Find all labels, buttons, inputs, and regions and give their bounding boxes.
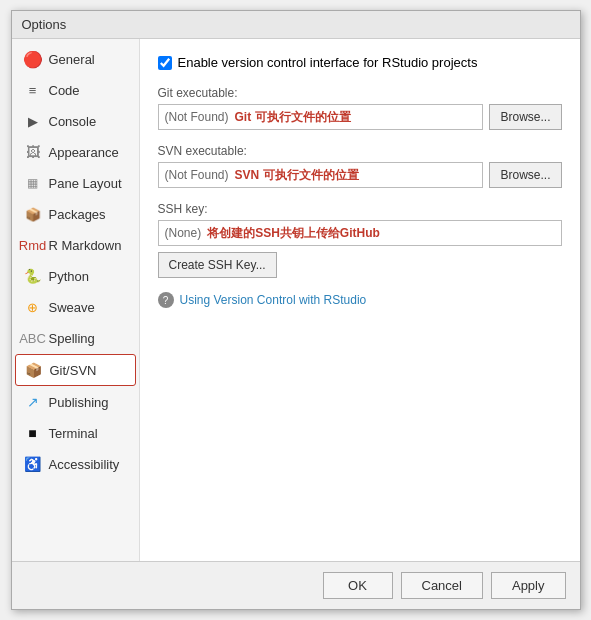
cancel-button[interactable]: Cancel	[401, 572, 483, 599]
apply-button[interactable]: Apply	[491, 572, 566, 599]
ssh-annotation: 将创建的SSH共钥上传给GitHub	[207, 225, 380, 242]
publishing-icon: ↗	[23, 392, 43, 412]
help-link-row: ? Using Version Control with RStudio	[158, 292, 562, 308]
sidebar-item-spelling[interactable]: ABCSpelling	[15, 323, 136, 353]
ssh-label: SSH key:	[158, 202, 562, 216]
svn-not-found: (Not Found)	[165, 168, 229, 182]
svn-path-input[interactable]: (Not Found) SVN 可执行文件的位置	[158, 162, 484, 188]
sidebar-item-appearance[interactable]: 🖼Appearance	[15, 137, 136, 167]
ssh-none: (None)	[165, 226, 202, 240]
git-annotation: Git 可执行文件的位置	[235, 109, 351, 126]
svn-input-row: (Not Found) SVN 可执行文件的位置 Browse...	[158, 162, 562, 188]
sidebar-label-accessibility: Accessibility	[49, 457, 120, 472]
terminal-icon: ■	[23, 423, 43, 443]
vcs-enable-label: Enable version control interface for RSt…	[178, 55, 478, 70]
main-content: Enable version control interface for RSt…	[140, 39, 580, 561]
options-dialog: Options 🔴General≡Code▶Console🖼Appearance…	[11, 10, 581, 610]
sidebar-item-accessibility[interactable]: ♿Accessibility	[15, 449, 136, 479]
ssh-input-row: (None) 将创建的SSH共钥上传给GitHub	[158, 220, 562, 246]
sweave-icon: ⊕	[23, 297, 43, 317]
sidebar-label-gitsvn: Git/SVN	[50, 363, 97, 378]
ssh-key-input[interactable]: (None) 将创建的SSH共钥上传给GitHub	[158, 220, 562, 246]
git-executable-group: Git executable: (Not Found) Git 可执行文件的位置…	[158, 86, 562, 130]
sidebar-label-packages: Packages	[49, 207, 106, 222]
packages-icon: 📦	[23, 204, 43, 224]
sidebar-label-appearance: Appearance	[49, 145, 119, 160]
gitsvn-icon: 📦	[24, 360, 44, 380]
git-browse-button[interactable]: Browse...	[489, 104, 561, 130]
ok-button[interactable]: OK	[323, 572, 393, 599]
git-input-row: (Not Found) Git 可执行文件的位置 Browse...	[158, 104, 562, 130]
svn-browse-button[interactable]: Browse...	[489, 162, 561, 188]
sidebar-label-publishing: Publishing	[49, 395, 109, 410]
sidebar-item-packages[interactable]: 📦Packages	[15, 199, 136, 229]
general-icon: 🔴	[23, 49, 43, 69]
sidebar-item-publishing[interactable]: ↗Publishing	[15, 387, 136, 417]
sidebar-label-general: General	[49, 52, 95, 67]
appearance-icon: 🖼	[23, 142, 43, 162]
dialog-title: Options	[22, 17, 67, 32]
sidebar-item-terminal[interactable]: ■Terminal	[15, 418, 136, 448]
sidebar: 🔴General≡Code▶Console🖼Appearance▦Pane La…	[12, 39, 140, 561]
code-icon: ≡	[23, 80, 43, 100]
sidebar-label-console: Console	[49, 114, 97, 129]
sidebar-item-pane-layout[interactable]: ▦Pane Layout	[15, 168, 136, 198]
sidebar-item-gitsvn[interactable]: 📦Git/SVN	[15, 354, 136, 386]
rmarkdown-icon: Rmd	[23, 235, 43, 255]
console-icon: ▶	[23, 111, 43, 131]
git-label: Git executable:	[158, 86, 562, 100]
sidebar-item-rmarkdown[interactable]: RmdR Markdown	[15, 230, 136, 260]
dialog-footer: OK Cancel Apply	[12, 561, 580, 609]
sidebar-label-pane-layout: Pane Layout	[49, 176, 122, 191]
sidebar-label-python: Python	[49, 269, 89, 284]
create-ssh-key-button[interactable]: Create SSH Key...	[158, 252, 277, 278]
accessibility-icon: ♿	[23, 454, 43, 474]
vcs-enable-row: Enable version control interface for RSt…	[158, 55, 562, 70]
sidebar-label-terminal: Terminal	[49, 426, 98, 441]
help-icon: ?	[158, 292, 174, 308]
svn-label: SVN executable:	[158, 144, 562, 158]
sidebar-label-rmarkdown: R Markdown	[49, 238, 122, 253]
sidebar-label-sweave: Sweave	[49, 300, 95, 315]
git-path-input[interactable]: (Not Found) Git 可执行文件的位置	[158, 104, 484, 130]
svn-executable-group: SVN executable: (Not Found) SVN 可执行文件的位置…	[158, 144, 562, 188]
help-link[interactable]: Using Version Control with RStudio	[180, 293, 367, 307]
svn-annotation: SVN 可执行文件的位置	[235, 167, 359, 184]
spelling-icon: ABC	[23, 328, 43, 348]
sidebar-item-python[interactable]: 🐍Python	[15, 261, 136, 291]
git-not-found: (Not Found)	[165, 110, 229, 124]
sidebar-label-code: Code	[49, 83, 80, 98]
sidebar-item-code[interactable]: ≡Code	[15, 75, 136, 105]
sidebar-item-general[interactable]: 🔴General	[15, 44, 136, 74]
pane-layout-icon: ▦	[23, 173, 43, 193]
dialog-body: 🔴General≡Code▶Console🖼Appearance▦Pane La…	[12, 39, 580, 561]
sidebar-item-console[interactable]: ▶Console	[15, 106, 136, 136]
vcs-enable-checkbox[interactable]	[158, 56, 172, 70]
python-icon: 🐍	[23, 266, 43, 286]
ssh-key-group: SSH key: (None) 将创建的SSH共钥上传给GitHub Creat…	[158, 202, 562, 278]
sidebar-label-spelling: Spelling	[49, 331, 95, 346]
title-bar: Options	[12, 11, 580, 39]
sidebar-item-sweave[interactable]: ⊕Sweave	[15, 292, 136, 322]
